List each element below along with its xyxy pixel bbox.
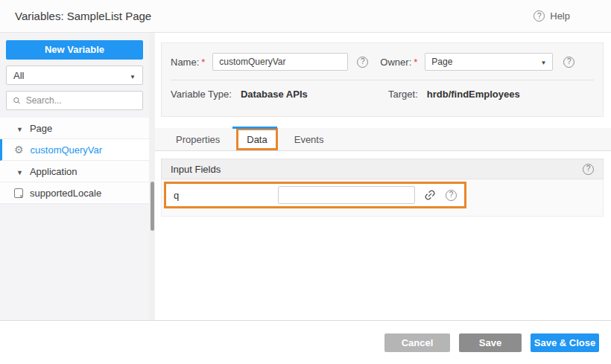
tree-group-page[interactable]: Page (0, 118, 149, 139)
chevron-down-icon (540, 57, 546, 67)
sidebar-scrollbar (149, 33, 155, 320)
bind-link-icon[interactable] (424, 189, 436, 201)
tree-item-label: customQueryVar (31, 144, 103, 156)
input-field-row-q: q (164, 182, 466, 208)
owner-select[interactable]: Page (425, 53, 553, 71)
q-value-input[interactable] (278, 186, 415, 204)
variables-dialog: Variables: SampleList Page Help New Vari… (0, 0, 611, 364)
tree-item-customqueryvar[interactable]: customQueryVar (0, 139, 149, 161)
chevron-down-icon (130, 70, 136, 81)
tree-group-label: Application (30, 166, 77, 177)
field-name-label: q (174, 190, 278, 201)
scrollbar-thumb[interactable] (151, 182, 154, 231)
cancel-button[interactable]: Cancel (384, 333, 450, 352)
dialog-footer: Cancel Save Save & Close (0, 320, 611, 364)
detail-tabs: Properties Data Events (155, 128, 611, 151)
name-field[interactable] (212, 53, 348, 71)
variable-icon (14, 188, 23, 198)
help-button[interactable]: Help (534, 10, 570, 22)
help-icon (534, 10, 545, 22)
name-help-icon[interactable] (357, 57, 368, 68)
new-variable-button[interactable]: New Variable (6, 40, 143, 60)
owner-help-icon[interactable] (563, 57, 574, 68)
field-help-icon[interactable] (446, 190, 457, 201)
target-label: Target: (388, 89, 418, 100)
variable-summary-panel: Name: * Owner: * Page Variable Type: (161, 42, 604, 117)
input-fields-body: q (161, 179, 604, 217)
tree-group-application[interactable]: Application (0, 161, 149, 182)
variable-search[interactable] (6, 91, 143, 110)
tree-item-label: supportedLocale (30, 188, 101, 199)
variables-tree: Page customQueryVar Application supporte… (0, 118, 149, 204)
variable-detail-panel: Name: * Owner: * Page Variable Type: (155, 33, 611, 320)
name-label: Name: (171, 57, 199, 68)
save-and-close-button[interactable]: Save & Close (531, 333, 599, 352)
gear-icon (14, 144, 24, 155)
tree-item-supportedlocale[interactable]: supportedLocale (0, 182, 149, 204)
dialog-header: Variables: SampleList Page Help (0, 0, 611, 33)
help-label: Help (550, 10, 570, 22)
required-marker: * (414, 57, 417, 68)
variable-type-value: Database APIs (241, 89, 308, 100)
chevron-down-icon (16, 166, 23, 177)
tab-properties[interactable]: Properties (164, 128, 232, 150)
tab-data[interactable]: Data (236, 128, 277, 150)
variable-filter-select[interactable]: All (6, 66, 143, 85)
tab-events[interactable]: Events (282, 128, 336, 150)
input-fields-section: Input Fields q (161, 159, 604, 217)
input-fields-help-icon[interactable] (583, 164, 594, 175)
owner-label: Owner: (380, 57, 411, 68)
search-input[interactable] (26, 95, 136, 106)
filter-selected-value: All (13, 70, 24, 81)
required-marker: * (201, 57, 205, 68)
chevron-down-icon (16, 123, 23, 134)
tree-group-label: Page (30, 123, 52, 134)
save-button[interactable]: Save (459, 333, 522, 352)
owner-selected-value: Page (431, 57, 452, 67)
target-value: hrdb/findEmployees (427, 89, 520, 100)
search-icon (13, 96, 22, 106)
page-title: Variables: SampleList Page (15, 10, 151, 22)
input-fields-title: Input Fields (171, 164, 221, 175)
input-fields-header: Input Fields (161, 159, 604, 179)
variables-sidebar: New Variable All Page (0, 33, 155, 320)
variable-type-label: Variable Type: (171, 89, 232, 100)
